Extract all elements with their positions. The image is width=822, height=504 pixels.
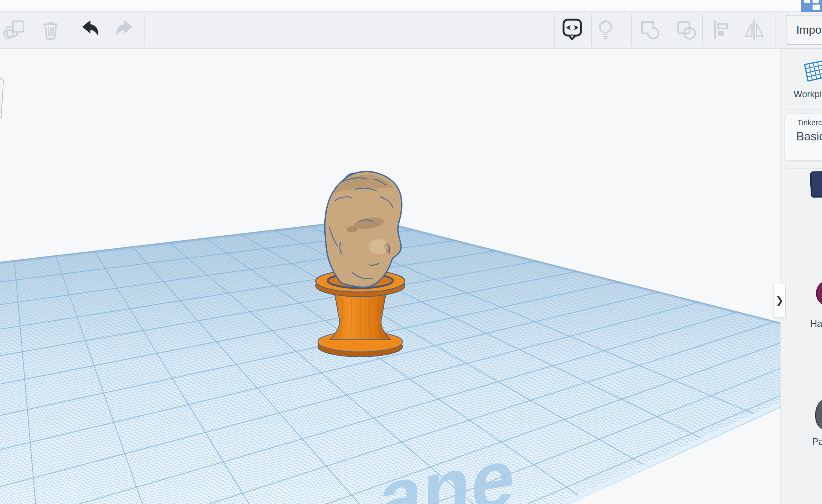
redo-button[interactable]	[113, 15, 137, 44]
toolbar-separator	[554, 14, 555, 46]
toolbar-separator	[144, 14, 145, 46]
align-button[interactable]	[709, 15, 733, 44]
grid-glyph	[813, 5, 820, 10]
shape-category-dropdown[interactable]: Tinkerca Basic	[785, 114, 822, 160]
toolbar-separator	[775, 14, 776, 46]
workplane-grid[interactable]: ane	[0, 96, 822, 504]
3d-viewport[interactable]: ane	[0, 0, 822, 504]
show-all-button[interactable]	[560, 15, 585, 44]
workplane-grid-icon	[802, 58, 822, 84]
shapes-panel: ❯ Workpl Tinkerca Basic Ha Pa	[780, 48, 822, 504]
copy-icon	[3, 17, 27, 42]
eye-badge-icon	[560, 17, 585, 42]
solid-shape-icon	[637, 17, 661, 42]
hole-shape-icon	[673, 17, 697, 42]
shape-item-label: Pa	[812, 436, 822, 447]
align-icon	[709, 17, 733, 42]
workplane-drag-item[interactable]	[802, 58, 822, 84]
undo-arrow-icon	[78, 17, 102, 42]
light-button[interactable]	[593, 15, 618, 44]
toolbar-separator	[70, 14, 70, 46]
grid-glyph	[813, 0, 819, 3]
mirror-button[interactable]	[742, 15, 766, 44]
chevron-right-icon: ❯	[775, 295, 784, 306]
viewcube-edge[interactable]	[0, 78, 3, 117]
panel-collapse-button[interactable]: ❯	[774, 283, 786, 318]
workplane-label: Workpl	[794, 89, 822, 100]
shape-item-label: Ha	[810, 318, 822, 329]
panel-divider	[786, 109, 822, 110]
copy-button[interactable]	[3, 15, 27, 44]
hole-button[interactable]	[673, 15, 697, 44]
toolbar-separator	[702, 14, 703, 46]
toolbar-separator	[631, 14, 632, 46]
account-tile[interactable]	[801, 0, 822, 12]
undo-button[interactable]	[78, 15, 102, 44]
import-label: Impo	[796, 23, 822, 36]
category-brand: Tinkerca	[797, 118, 822, 127]
trash-icon	[39, 17, 63, 42]
solid-button[interactable]	[637, 15, 661, 44]
redo-arrow-icon	[113, 17, 137, 42]
toolbar-separator	[591, 14, 592, 46]
shape-item-thumb[interactable]	[816, 280, 822, 306]
category-name: Basic	[796, 130, 822, 143]
toolbar: Impo	[0, 11, 822, 49]
title-strip	[0, 0, 822, 11]
mirror-icon	[742, 17, 766, 42]
shape-item-thumb[interactable]	[813, 398, 822, 431]
delete-button[interactable]	[39, 15, 63, 44]
shape-item-thumb[interactable]	[810, 171, 822, 198]
lightbulb-icon	[593, 17, 618, 42]
tinkercad-editor: { "titlebar": { "account_tile_color": "#…	[0, 0, 822, 504]
panel-divider	[786, 168, 822, 169]
grid-glyph	[804, 0, 810, 3]
import-button[interactable]: Impo	[786, 15, 822, 45]
